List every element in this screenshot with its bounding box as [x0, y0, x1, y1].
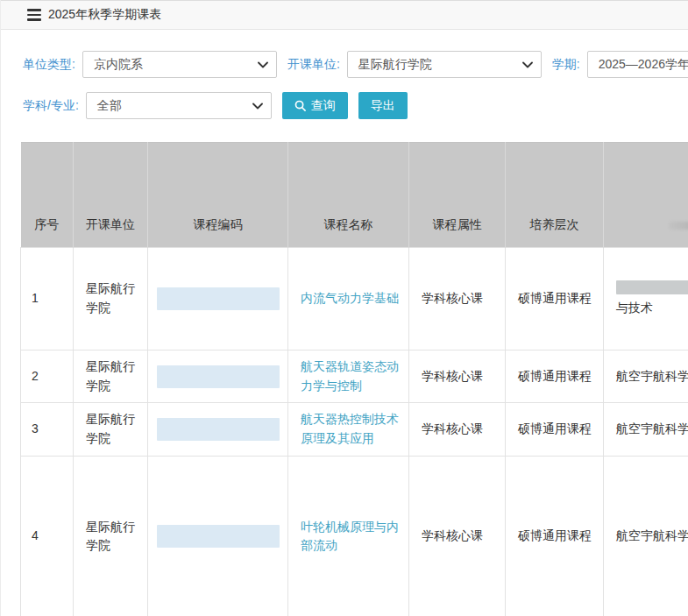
major-value: 全部	[97, 98, 122, 114]
discipline-text: 与技术	[616, 299, 688, 318]
cell-course-name: 叶轮机械原理与内部流动	[288, 456, 409, 616]
redacted-course-code	[157, 525, 280, 548]
col-header-name: 课程名称	[288, 143, 409, 248]
chevron-down-icon	[252, 103, 263, 110]
cell-course-attr: 学科核心课	[409, 248, 506, 350]
semester-select[interactable]: 2025—2026学年(秋	[587, 51, 688, 78]
course-unit-label: 开课单位:	[287, 57, 340, 73]
redacted-course-code	[157, 418, 280, 441]
cell-course-attr: 学科核心课	[409, 403, 506, 456]
semester-value: 2025—2026学年(秋	[599, 57, 688, 73]
cell-course-attr: 学科核心课	[409, 456, 506, 616]
cell-discipline: 航空宇航科学与技术	[604, 403, 688, 456]
filter-bar: 单位类型: 京内院系 开课单位: 星际航行学院 学期: 2025—2026学年(…	[1, 30, 688, 142]
query-button[interactable]: 查询	[282, 92, 348, 119]
redacted-course-code	[157, 287, 280, 310]
course-table: 序号 开课单位 课程编码 课程名称 课程属性 培养层次 1星际航行学院内流气动力…	[20, 142, 688, 616]
cell-unit: 星际航行学院	[74, 248, 148, 350]
cell-no: 3	[21, 403, 74, 456]
cell-course-name: 内流气动力学基础	[288, 248, 409, 350]
major-select[interactable]: 全部	[86, 92, 272, 119]
table-header-row: 序号 开课单位 课程编码 课程名称 课程属性 培养层次	[21, 143, 688, 248]
export-button-label: 导出	[371, 98, 395, 114]
cell-training-level: 硕博通用课程	[506, 403, 604, 456]
cell-no: 4	[21, 456, 74, 616]
cell-unit: 星际航行学院	[74, 403, 148, 456]
col-header-no: 序号	[21, 143, 74, 248]
cell-training-level: 硕博通用课程	[506, 350, 604, 403]
cell-course-attr: 学科核心课	[409, 350, 506, 403]
course-unit-value: 星际航行学院	[358, 57, 432, 73]
col-header-attr: 课程属性	[409, 143, 506, 248]
course-name-link[interactable]: 内流气动力学基础	[301, 291, 399, 305]
titlebar: 2025年秋季学期课表	[1, 0, 688, 30]
chevron-down-icon	[522, 61, 533, 68]
major-label: 学科/专业:	[23, 98, 79, 114]
page: 2025年秋季学期课表 单位类型: 京内院系 开课单位: 星际航行学院 学期: …	[0, 0, 688, 616]
cell-training-level: 硕博通用课程	[506, 456, 604, 616]
query-button-label: 查询	[311, 98, 336, 114]
cell-course-code	[148, 456, 288, 616]
chevron-down-icon	[258, 61, 268, 68]
filter-row-1: 单位类型: 京内院系 开课单位: 星际航行学院 学期: 2025—2026学年(…	[23, 51, 688, 78]
unit-type-select[interactable]: 京内院系	[82, 51, 277, 78]
cell-course-code	[148, 248, 288, 350]
page-title: 2025年秋季学期课表	[48, 7, 161, 23]
col-header-level: 培养层次	[506, 143, 604, 248]
table-row: 3星际航行学院航天器热控制技术原理及其应用学科核心课硕博通用课程航空宇航科学与技…	[21, 403, 688, 456]
col-header-discipline	[604, 143, 688, 248]
cell-discipline: 航空宇航科学与技术	[604, 456, 688, 616]
cell-unit: 星际航行学院	[74, 350, 148, 403]
cell-course-name: 航天器轨道姿态动力学与控制	[288, 350, 409, 403]
redacted-course-code	[157, 365, 280, 388]
cell-course-name: 航天器热控制技术原理及其应用	[288, 403, 409, 456]
course-name-link[interactable]: 航天器热控制技术原理及其应用	[301, 412, 399, 445]
filter-row-2: 学科/专业: 全部 查询 导出	[23, 92, 688, 119]
hamburger-menu-icon[interactable]	[27, 9, 41, 21]
course-name-link[interactable]: 航天器轨道姿态动力学与控制	[301, 359, 399, 393]
export-button[interactable]: 导出	[358, 92, 408, 119]
redacted-text-block	[616, 280, 688, 294]
table-row: 1星际航行学院内流气动力学基础学科核心课硕博通用课程与技术	[21, 248, 688, 350]
col-header-unit: 开课单位	[74, 143, 148, 248]
cell-discipline: 与技术	[604, 248, 688, 350]
course-unit-select[interactable]: 星际航行学院	[347, 51, 542, 78]
cell-course-code	[148, 403, 288, 456]
unit-type-label: 单位类型:	[23, 57, 75, 73]
cell-unit: 星际航行学院	[74, 456, 148, 616]
course-name-link[interactable]: 叶轮机械原理与内部流动	[301, 520, 399, 553]
redacted-header-smudge	[669, 222, 688, 230]
col-header-code: 课程编码	[148, 143, 288, 248]
semester-label: 学期:	[552, 57, 580, 73]
unit-type-value: 京内院系	[94, 57, 143, 73]
cell-no: 2	[21, 350, 74, 403]
table-row: 2星际航行学院航天器轨道姿态动力学与控制学科核心课硕博通用课程航空宇航科学与技术	[21, 350, 688, 403]
cell-discipline: 航空宇航科学与技术	[604, 350, 688, 403]
table-row: 4星际航行学院叶轮机械原理与内部流动学科核心课硕博通用课程航空宇航科学与技术	[21, 456, 688, 616]
cell-training-level: 硕博通用课程	[506, 248, 604, 350]
search-icon	[294, 100, 306, 111]
cell-no: 1	[21, 248, 74, 350]
course-table-container: 序号 开课单位 课程编码 课程名称 课程属性 培养层次 1星际航行学院内流气动力…	[20, 142, 688, 616]
cell-course-code	[148, 350, 288, 403]
